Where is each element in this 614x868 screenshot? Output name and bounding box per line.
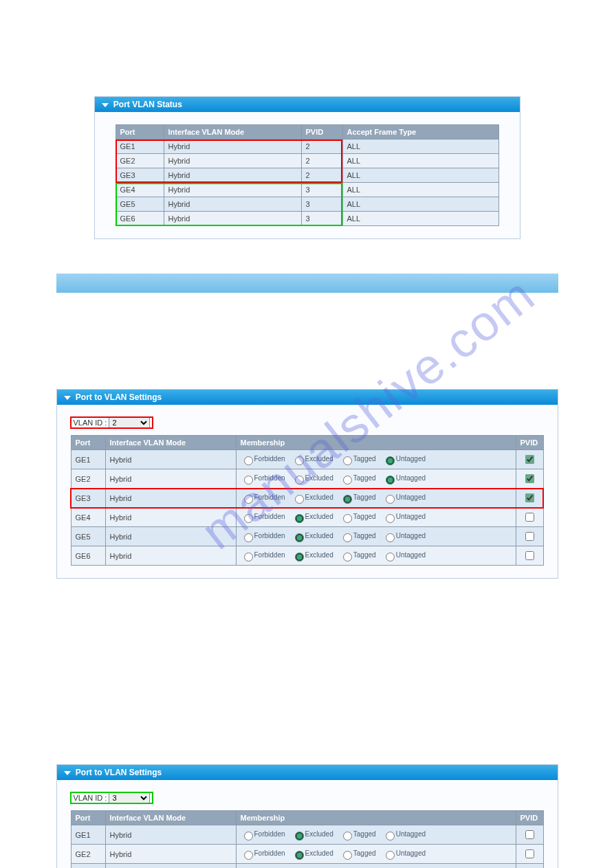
radio-input[interactable] bbox=[244, 533, 253, 542]
membership-untagged[interactable]: Untagged bbox=[382, 830, 426, 838]
table-row: GE1HybridForbidden Excluded Tagged Untag… bbox=[71, 825, 543, 845]
radio-input[interactable] bbox=[244, 832, 253, 841]
membership-tagged[interactable]: Tagged bbox=[340, 474, 376, 482]
membership-excluded[interactable]: Excluded bbox=[292, 532, 333, 539]
col-pvid: PVID bbox=[516, 811, 543, 825]
cell-port: GE3 bbox=[116, 168, 164, 183]
radio-input[interactable] bbox=[343, 832, 352, 841]
table-row: GE6HybridForbidden Excluded Tagged Untag… bbox=[71, 546, 543, 566]
radio-input[interactable] bbox=[386, 476, 395, 485]
radio-input[interactable] bbox=[386, 851, 395, 860]
pvid-checkbox[interactable] bbox=[525, 455, 534, 464]
membership-forbidden[interactable]: Forbidden bbox=[241, 849, 285, 857]
cell-aft: ALL bbox=[342, 154, 498, 168]
membership-forbidden[interactable]: Forbidden bbox=[241, 830, 285, 838]
vlan-id-select[interactable]: 3 bbox=[109, 792, 150, 803]
membership-excluded[interactable]: Excluded bbox=[292, 830, 333, 838]
membership-tagged[interactable]: Tagged bbox=[340, 849, 376, 857]
panel-title: Port to VLAN Settings bbox=[76, 768, 162, 777]
pvid-checkbox[interactable] bbox=[525, 532, 534, 541]
radio-input[interactable] bbox=[386, 456, 395, 465]
membership-excluded[interactable]: Excluded bbox=[292, 474, 333, 482]
pvid-checkbox[interactable] bbox=[525, 474, 534, 483]
radio-input[interactable] bbox=[244, 456, 253, 465]
membership-forbidden[interactable]: Forbidden bbox=[241, 474, 285, 482]
radio-input[interactable] bbox=[386, 553, 395, 561]
radio-input[interactable] bbox=[244, 514, 253, 523]
radio-input[interactable] bbox=[343, 851, 352, 860]
radio-input[interactable] bbox=[244, 553, 253, 561]
membership-untagged[interactable]: Untagged bbox=[382, 532, 426, 539]
cell-port: GE2 bbox=[71, 469, 105, 489]
membership-forbidden[interactable]: Forbidden bbox=[241, 455, 285, 463]
pvid-checkbox[interactable] bbox=[525, 493, 534, 502]
membership-tagged[interactable]: Tagged bbox=[340, 513, 376, 520]
radio-input[interactable] bbox=[244, 476, 253, 485]
col-port: Port bbox=[71, 811, 105, 825]
radio-input[interactable] bbox=[295, 476, 304, 485]
membership-forbidden[interactable]: Forbidden bbox=[241, 493, 285, 501]
pvid-checkbox[interactable] bbox=[525, 551, 534, 560]
cell-pvid-chk bbox=[516, 469, 543, 489]
membership-tagged[interactable]: Tagged bbox=[340, 493, 376, 501]
col-port: Port bbox=[71, 436, 105, 450]
chevron-down-icon bbox=[102, 103, 109, 107]
cell-pvid: 3 bbox=[301, 183, 342, 197]
membership-forbidden[interactable]: Forbidden bbox=[241, 532, 285, 539]
membership-untagged[interactable]: Untagged bbox=[382, 493, 426, 501]
membership-untagged[interactable]: Untagged bbox=[382, 474, 426, 482]
membership-tagged[interactable]: Tagged bbox=[340, 455, 376, 463]
radio-input[interactable] bbox=[386, 514, 395, 523]
cell-pvid-chk bbox=[516, 508, 543, 527]
radio-input[interactable] bbox=[343, 533, 352, 542]
membership-forbidden[interactable]: Forbidden bbox=[241, 551, 285, 559]
cell-mode: Hybrid bbox=[164, 183, 301, 197]
radio-input[interactable] bbox=[386, 495, 395, 504]
radio-input[interactable] bbox=[295, 495, 304, 504]
radio-input[interactable] bbox=[386, 533, 395, 542]
membership-tagged[interactable]: Tagged bbox=[340, 830, 376, 838]
membership-excluded[interactable]: Excluded bbox=[292, 493, 333, 501]
membership-excluded[interactable]: Excluded bbox=[292, 455, 333, 463]
cell-membership: Forbidden Excluded Tagged Untagged bbox=[236, 864, 516, 869]
pvid-checkbox[interactable] bbox=[525, 849, 534, 858]
cell-membership: Forbidden Excluded Tagged Untagged bbox=[236, 825, 516, 845]
radio-input[interactable] bbox=[295, 514, 304, 523]
radio-input[interactable] bbox=[295, 456, 304, 465]
pvid-checkbox[interactable] bbox=[525, 513, 534, 522]
radio-input[interactable] bbox=[343, 476, 352, 485]
membership-tagged[interactable]: Tagged bbox=[340, 532, 376, 539]
cell-port: GE1 bbox=[71, 450, 105, 469]
radio-input[interactable] bbox=[244, 851, 253, 860]
radio-input[interactable] bbox=[343, 495, 352, 504]
pvid-checkbox[interactable] bbox=[525, 830, 534, 839]
membership-forbidden[interactable]: Forbidden bbox=[241, 513, 285, 520]
cell-membership: Forbidden Excluded Tagged Untagged bbox=[236, 527, 516, 546]
membership-tagged[interactable]: Tagged bbox=[340, 551, 376, 559]
table-row: GE3HybridForbidden Excluded Tagged Untag… bbox=[71, 489, 543, 508]
membership-untagged[interactable]: Untagged bbox=[382, 513, 426, 520]
membership-excluded[interactable]: Excluded bbox=[292, 551, 333, 559]
radio-input[interactable] bbox=[295, 533, 304, 542]
radio-input[interactable] bbox=[343, 514, 352, 523]
radio-input[interactable] bbox=[343, 456, 352, 465]
cell-aft: ALL bbox=[342, 140, 498, 154]
vlan-id-label: VLAN ID : bbox=[74, 419, 107, 427]
cell-port: GE2 bbox=[71, 845, 105, 864]
cell-port: GE3 bbox=[71, 864, 105, 869]
radio-input[interactable] bbox=[295, 553, 304, 561]
port-to-vlan-settings-panel-2: Port to VLAN Settings VLAN ID : 2 Port I… bbox=[56, 389, 558, 579]
cell-aft: ALL bbox=[342, 212, 498, 226]
radio-input[interactable] bbox=[295, 832, 304, 841]
radio-input[interactable] bbox=[386, 832, 395, 841]
radio-input[interactable] bbox=[295, 851, 304, 860]
table-row: GE5HybridForbidden Excluded Tagged Untag… bbox=[71, 527, 543, 546]
radio-input[interactable] bbox=[343, 553, 352, 561]
membership-excluded[interactable]: Excluded bbox=[292, 513, 333, 520]
membership-excluded[interactable]: Excluded bbox=[292, 849, 333, 857]
vlan-id-select[interactable]: 2 bbox=[109, 417, 150, 428]
membership-untagged[interactable]: Untagged bbox=[382, 551, 426, 559]
radio-input[interactable] bbox=[244, 495, 253, 504]
membership-untagged[interactable]: Untagged bbox=[382, 849, 426, 857]
membership-untagged[interactable]: Untagged bbox=[382, 455, 426, 463]
